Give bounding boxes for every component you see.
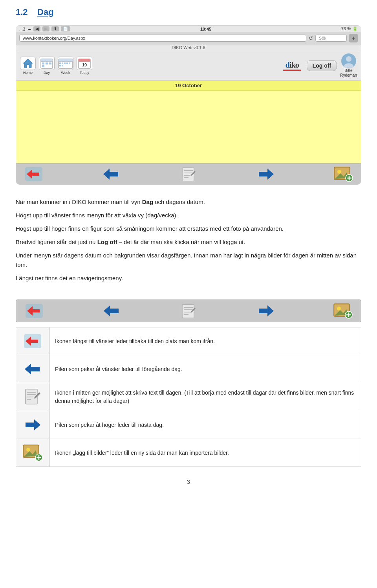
signal-text: ...3 — [19, 27, 25, 31]
wifi-icon: ☁ — [27, 26, 31, 31]
page-heading: 1.2 Dag — [0, 0, 377, 21]
today-icon: 19 — [77, 57, 92, 70]
svg-point-56 — [337, 307, 341, 311]
nav-ill-prev — [101, 303, 122, 319]
para-6: Längst ner finns det en navigeringsmeny. — [16, 274, 361, 283]
desc-add-image: Ikonen „lägg till bilder” leder till en … — [49, 439, 361, 467]
svg-marker-71 — [26, 419, 40, 430]
nav-ill-add-image — [333, 303, 353, 319]
user-name: Bitte Rydeman — [340, 68, 357, 78]
notes-table-icon — [22, 387, 44, 407]
prev-day-icon[interactable] — [101, 166, 121, 182]
desc-back: Ikonen längst till vänster leder tillbak… — [49, 327, 361, 355]
table-row: Pilen som pekar åt vänster leder till fö… — [16, 355, 361, 383]
table-row: Ikonen „lägg till bilder” leder till en … — [16, 439, 361, 467]
diko-logo-container: diko — [283, 61, 301, 71]
table-row: Ikonen längst till vänster leder tillbak… — [16, 327, 361, 355]
week-label: Week — [61, 71, 70, 75]
para-1: När man kommer in i DIKO kommer man till… — [16, 197, 361, 207]
svg-point-74 — [26, 448, 30, 452]
page-number: 3 — [0, 475, 377, 493]
desc-notes: Ikonen i mitten ger möjlighet att skriva… — [49, 383, 361, 411]
svg-rect-9 — [59, 59, 73, 62]
svg-marker-45 — [104, 305, 119, 316]
ios-status-bar: ...3 ☁ ◀ ▶ ⬆ 📄 10:45 73 % 🔋 — [16, 26, 361, 32]
reload-icon[interactable]: ↺ — [309, 35, 313, 41]
nav-today[interactable]: 19 Today — [77, 57, 92, 75]
log-off-button[interactable]: Log off — [307, 60, 337, 71]
back-nav-icon[interactable] — [24, 166, 44, 182]
day-icon — [39, 57, 55, 70]
svg-rect-15 — [69, 62, 70, 64]
svg-rect-5 — [46, 62, 48, 64]
user-avatar — [341, 53, 356, 68]
svg-rect-7 — [42, 65, 44, 67]
desc-next: Pilen som pekar åt höger leder till näst… — [49, 411, 361, 439]
nav-ill-next — [256, 303, 276, 319]
body-text: När man kommer in i DIKO kommer man till… — [0, 192, 377, 292]
status-time: 10:45 — [200, 27, 211, 31]
week-icon — [58, 57, 73, 70]
nav-fwd-btn[interactable]: ▶ — [42, 26, 49, 31]
diko-underline — [283, 70, 301, 71]
screenshot-container: ...3 ☁ ◀ ▶ ⬆ 📄 10:45 73 % 🔋 www.kontaktb… — [16, 25, 361, 185]
today-label: Today — [80, 71, 89, 75]
svg-rect-11 — [59, 62, 61, 64]
bottom-nav-bar — [16, 164, 361, 184]
svg-marker-0 — [23, 59, 33, 68]
browser-title-bar: DIKO Web v0.1.6 — [16, 44, 361, 51]
add-image-icon[interactable] — [333, 166, 353, 182]
notes-icon[interactable] — [179, 166, 198, 182]
nav-day[interactable]: Day — [39, 57, 55, 75]
heading-number: 1.2 — [16, 7, 28, 17]
icon-cell-back — [16, 327, 49, 355]
home-icon — [20, 57, 36, 70]
main-content-area — [16, 91, 361, 164]
back-red-icon — [22, 331, 44, 351]
nav-week[interactable]: Week — [58, 57, 73, 75]
svg-rect-2 — [41, 59, 53, 62]
svg-marker-27 — [103, 169, 118, 180]
desc-prev: Pilen som pekar åt vänster leder till fö… — [49, 355, 361, 383]
add-tab-btn[interactable]: + — [349, 34, 358, 42]
day-label: Day — [44, 71, 50, 75]
search-bar[interactable]: Sök — [315, 35, 347, 42]
browser-bar: www.kontaktboken.org/Day.aspx ↺ Sök + — [16, 32, 361, 44]
diko-logo: diko — [285, 61, 299, 70]
url-bar[interactable]: www.kontaktboken.org/Day.aspx — [19, 35, 306, 42]
share-btn[interactable]: ⬆ — [51, 26, 59, 31]
next-day-icon[interactable] — [256, 166, 276, 182]
status-battery: 73 % 🔋 — [341, 26, 358, 31]
para-5: Under menyn står dagens datum och bakgru… — [16, 251, 361, 270]
icon-cell-prev — [16, 355, 49, 383]
heading-title: Dag — [37, 7, 54, 17]
para-2: Högst upp till vänster finns menyn för a… — [16, 211, 361, 220]
icon-cell-next — [16, 411, 49, 439]
status-left: ...3 ☁ ◀ ▶ ⬆ 📄 — [19, 26, 70, 31]
svg-text:19: 19 — [82, 62, 87, 67]
svg-rect-13 — [64, 62, 66, 64]
svg-marker-53 — [259, 305, 274, 316]
para-4: Bredvid figuren står det just nu Log off… — [16, 237, 361, 247]
user-profile: Bitte Rydeman — [340, 53, 357, 78]
svg-marker-63 — [25, 364, 40, 375]
table-row: Pilen som pekar åt höger leder till näst… — [16, 411, 361, 439]
icon-description-table: Ikonen längst till vänster leder tillbak… — [16, 327, 361, 467]
nav-back-btn[interactable]: ◀ — [33, 26, 40, 31]
svg-point-38 — [337, 170, 341, 174]
arrow-right-blue-icon — [22, 415, 44, 435]
svg-rect-17 — [62, 65, 63, 66]
date-bar: 19 October — [16, 81, 361, 91]
nav-ill-notes — [178, 303, 199, 319]
bookmark-btn[interactable]: 📄 — [61, 26, 70, 31]
icon-cell-add-image — [16, 439, 49, 467]
nav-illustration — [16, 300, 361, 322]
svg-rect-14 — [66, 62, 68, 64]
nav-ill-back — [24, 303, 44, 319]
arrow-left-blue-icon — [22, 359, 44, 379]
app-header: Home Day — [16, 51, 361, 81]
nav-home[interactable]: Home — [20, 57, 36, 75]
add-image-table-icon — [22, 443, 44, 463]
home-label: Home — [23, 71, 33, 75]
svg-rect-19 — [79, 59, 90, 62]
